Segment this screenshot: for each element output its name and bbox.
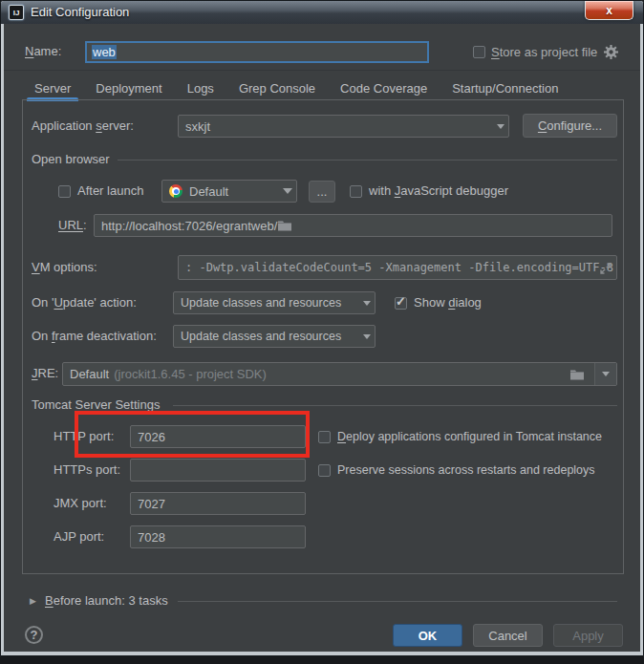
- before-launch-label[interactable]: Before launch: 3 tasks: [45, 591, 168, 610]
- divider: [178, 601, 617, 602]
- name-input[interactable]: web: [85, 41, 429, 63]
- jre-value: Default: [70, 367, 109, 381]
- url-label: URL:: [58, 216, 87, 235]
- close-icon: x: [606, 5, 612, 16]
- browser-select[interactable]: Default: [161, 180, 297, 203]
- titlebar[interactable]: IJ Edit Configuration x: [1, 1, 643, 24]
- preserve-sessions-checkbox[interactable]: ✓: [318, 464, 331, 477]
- tab-bar: Server Deployment Logs Grep Console Code…: [22, 75, 570, 100]
- browser-value: Default: [189, 184, 277, 199]
- chevron-down-icon: [363, 334, 371, 339]
- close-button[interactable]: x: [585, 1, 633, 20]
- after-launch-label[interactable]: After launch: [77, 182, 143, 201]
- on-frame-deactivation-value: Update classes and resources: [181, 330, 357, 343]
- tab-server[interactable]: Server: [22, 75, 83, 100]
- deploy-applications-checkbox[interactable]: ✓: [318, 431, 331, 443]
- browse-folder-icon[interactable]: [277, 220, 292, 231]
- name-label: Name:: [25, 42, 61, 61]
- on-update-action-label: On 'Update' action:: [32, 293, 137, 312]
- open-browser-section-title: Open browser: [32, 150, 110, 169]
- store-as-project-file-checkbox[interactable]: ✓: [473, 46, 485, 58]
- jmx-port-input[interactable]: 7027: [130, 492, 306, 515]
- jre-value-detail: (jrockit1.6.45 - project SDK): [114, 367, 267, 381]
- show-dialog-label[interactable]: Show dialog: [414, 293, 482, 312]
- chevron-down-icon: [363, 301, 371, 306]
- jre-dropdown-button[interactable]: [594, 363, 616, 385]
- http-port-input[interactable]: 7026: [130, 425, 306, 448]
- expand-icon[interactable]: [600, 263, 612, 274]
- url-input[interactable]: http://localhost:7026/egrantweb/: [94, 214, 612, 237]
- divider: [118, 160, 617, 161]
- chrome-icon: [169, 184, 182, 198]
- preserve-sessions-label[interactable]: Preserve sessions across restarts and re…: [337, 461, 595, 480]
- ajp-port-label: AJP port:: [54, 527, 104, 546]
- ok-button[interactable]: OK: [393, 624, 462, 647]
- more-browsers-button[interactable]: ...: [309, 181, 335, 203]
- gear-icon[interactable]: [604, 45, 618, 59]
- jmx-port-value: 7027: [138, 497, 165, 511]
- chevron-down-icon: [283, 188, 292, 194]
- application-server-label: Application server:: [32, 117, 134, 136]
- https-port-label: HTTPs port:: [54, 461, 120, 480]
- cancel-button[interactable]: Cancel: [473, 624, 543, 647]
- divider: [4, 70, 640, 71]
- js-debugger-label[interactable]: with JavaScript debugger: [369, 182, 508, 201]
- show-dialog-checkbox[interactable]: ✓: [395, 297, 407, 310]
- disclosure-triangle-icon[interactable]: ▶: [30, 594, 36, 608]
- tab-grep-console[interactable]: Grep Console: [226, 75, 328, 100]
- chevron-down-icon: [602, 372, 610, 376]
- jre-select[interactable]: Default(jrockit1.6.45 - project SDK): [62, 362, 617, 386]
- tab-deployment[interactable]: Deployment: [83, 75, 174, 100]
- on-frame-deactivation-label: On frame deactivation:: [32, 327, 157, 346]
- name-value-selected-text: web: [92, 45, 117, 59]
- checkmark-icon: ✓: [396, 294, 406, 309]
- https-port-input[interactable]: [130, 459, 306, 482]
- url-value: http://localhost:7026/egrantweb/: [101, 219, 277, 233]
- tab-startup-connection[interactable]: Startup/Connection: [440, 75, 570, 100]
- help-icon[interactable]: ?: [25, 626, 43, 644]
- window-title: Edit Configuration: [31, 1, 129, 24]
- store-as-project-file-label[interactable]: Store as project file: [491, 43, 597, 62]
- browse-folder-icon[interactable]: [569, 369, 585, 380]
- jmx-port-label: JMX port:: [54, 494, 107, 513]
- deploy-applications-label[interactable]: Deploy applications configured in Tomcat…: [337, 427, 602, 446]
- application-server-value: sxkjt: [185, 119, 491, 134]
- apply-button[interactable]: Apply: [553, 624, 623, 647]
- tomcat-settings-section-title: Tomcat Server Settings: [32, 396, 160, 415]
- jre-label: JRE:: [32, 364, 58, 383]
- vm-options-input[interactable]: : -Dwtp.validateCodeCount=5 -Xmanagement…: [178, 255, 617, 280]
- http-port-label: HTTP port:: [54, 427, 114, 446]
- tab-code-coverage[interactable]: Code Coverage: [328, 75, 440, 100]
- vm-options-value: : -Dwtp.validateCodeCount=5 -Xmanagement…: [185, 261, 613, 274]
- on-update-action-select[interactable]: Update classes and resources: [173, 291, 376, 314]
- divider: [173, 405, 617, 406]
- chevron-down-icon: [497, 124, 504, 129]
- screen: IJ Edit Configuration x Name: web ✓ Stor…: [0, 0, 644, 664]
- http-port-value: 7026: [138, 430, 165, 444]
- intellij-logo-icon: IJ: [9, 5, 24, 20]
- on-update-action-value: Update classes and resources: [181, 296, 357, 310]
- ajp-port-input[interactable]: 7028: [130, 525, 306, 548]
- edit-configuration-dialog: IJ Edit Configuration x Name: web ✓ Stor…: [0, 0, 644, 656]
- after-launch-checkbox[interactable]: ✓: [58, 185, 71, 198]
- js-debugger-checkbox[interactable]: ✓: [350, 185, 362, 198]
- tab-logs[interactable]: Logs: [175, 75, 226, 100]
- ajp-port-value: 7028: [138, 530, 165, 545]
- on-frame-deactivation-select[interactable]: Update classes and resources: [173, 325, 376, 348]
- configure-button[interactable]: Configure...: [523, 114, 617, 138]
- vm-options-label: VM options:: [32, 258, 97, 277]
- application-server-select[interactable]: sxkjt: [178, 115, 509, 138]
